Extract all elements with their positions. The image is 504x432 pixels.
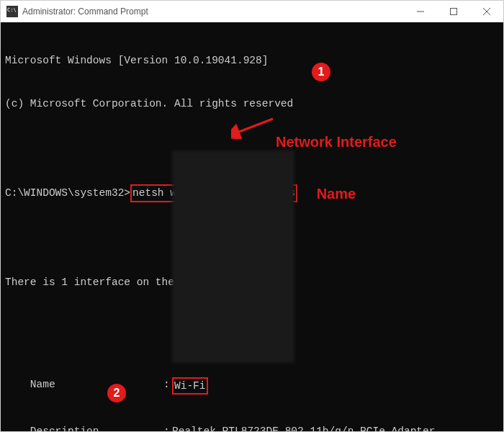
annotation-label: Network Interface Name bbox=[276, 99, 397, 237]
window-title: Administrator: Command Prompt bbox=[22, 6, 404, 17]
callout-1: 1 bbox=[312, 63, 330, 81]
minimize-button[interactable] bbox=[404, 1, 437, 22]
close-button[interactable] bbox=[470, 1, 503, 22]
row-description: Description: Realtek RTL8723DE 802.11b/g… bbox=[5, 424, 499, 431]
callout-2: 2 bbox=[107, 384, 126, 402]
svg-rect-1 bbox=[451, 8, 457, 14]
titlebar[interactable]: Administrator: Command Prompt bbox=[1, 1, 503, 22]
window-controls bbox=[404, 1, 503, 22]
terminal[interactable]: Microsoft Windows [Version 10.0.19041.92… bbox=[1, 22, 503, 431]
window-frame: Administrator: Command Prompt Microsoft … bbox=[0, 0, 504, 432]
maximize-button[interactable] bbox=[437, 1, 470, 22]
cmd-icon bbox=[6, 6, 18, 17]
version-line: Microsoft Windows [Version 10.0.19041.92… bbox=[5, 53, 499, 68]
prompt-text: C:\WINDOWS\system32> bbox=[5, 187, 130, 199]
copyright-line: (c) Microsoft Corporation. All rights re… bbox=[5, 96, 499, 111]
wifi-name-highlight: Wi-Fi bbox=[172, 377, 208, 395]
annotation-arrow-icon bbox=[231, 117, 274, 139]
row-name: Name: Wi-Fi bbox=[5, 377, 499, 395]
svg-line-4 bbox=[235, 119, 273, 133]
